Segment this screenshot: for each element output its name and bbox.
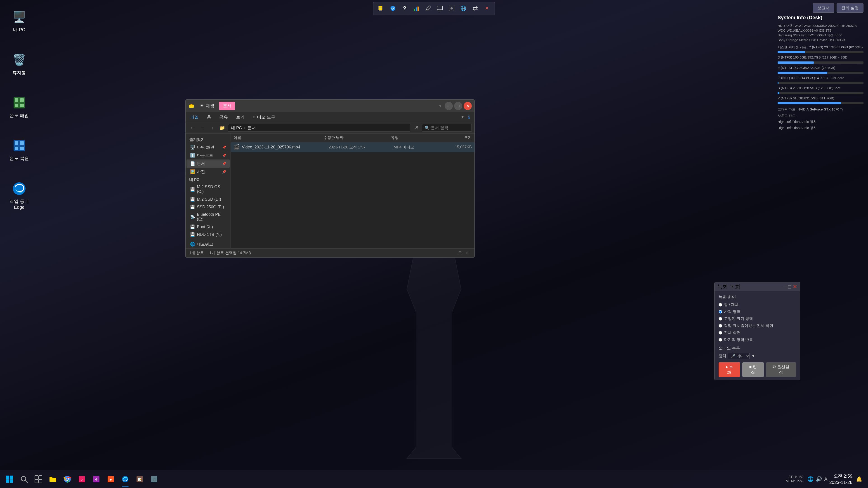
- desktop-icon-task-backup[interactable]: 완도 배업: [4, 93, 34, 121]
- maximize-button[interactable]: □: [454, 102, 462, 110]
- toolbar-btn-security[interactable]: [388, 3, 398, 13]
- toolbar-btn-switch[interactable]: [470, 3, 480, 13]
- toolbar-btn-capture[interactable]: [447, 3, 457, 13]
- sidebar-item-network[interactable]: 🌐 네트워크: [186, 240, 230, 248]
- close-button[interactable]: ✕: [464, 102, 472, 110]
- bluetooth-icon: 📡: [190, 215, 195, 219]
- stop-button[interactable]: ■ 편집: [742, 362, 764, 377]
- nav-up-btn[interactable]: ↑: [208, 124, 216, 132]
- desktop-icon-edge[interactable]: 작업 동네Edge: [4, 178, 34, 213]
- menu-home[interactable]: 홈: [205, 113, 213, 121]
- col-type-header[interactable]: 유형: [391, 135, 436, 140]
- opt-area-radio[interactable]: [719, 310, 722, 314]
- task-view-button[interactable]: [31, 472, 46, 486]
- opt-last[interactable]: 마지막 영역 반복: [719, 337, 796, 342]
- opt-fixed-radio[interactable]: [719, 317, 722, 321]
- menu-video-tools[interactable]: 비디오 도구: [251, 113, 277, 121]
- menu-share[interactable]: 공유: [217, 113, 230, 121]
- toolbar-btn-monitor[interactable]: [435, 3, 445, 13]
- opt-window-radio[interactable]: [719, 303, 722, 306]
- refresh-btn[interactable]: ↺: [412, 124, 420, 132]
- opt-last-radio[interactable]: [719, 338, 722, 341]
- sidebar-item-boot[interactable]: 💾 Boot (X:): [186, 223, 230, 231]
- col-size-header[interactable]: 크기: [436, 135, 472, 140]
- sidebar-item-ssd-e[interactable]: 💾 SSD 250G (E:): [186, 203, 230, 211]
- desktop-icon-task-restore[interactable]: 완도 복원: [4, 135, 34, 164]
- tb-app5[interactable]: 📝: [132, 472, 147, 486]
- taskbar-datetime[interactable]: 오전 2:59 2023-11-26: [829, 473, 852, 486]
- toolbar-expand-btn[interactable]: ▾: [437, 103, 443, 109]
- sidebar-item-documents[interactable]: 📄 문서 📌: [186, 160, 230, 168]
- tb-folder[interactable]: [46, 472, 60, 486]
- toolbar-btn-file[interactable]: [376, 3, 386, 13]
- toolbar-btn-close[interactable]: ✕: [482, 3, 492, 13]
- tab-media[interactable]: 재생: [196, 102, 218, 110]
- view-toggle-icons: ☰ ⊞: [457, 250, 471, 256]
- tb-app3[interactable]: ▶: [103, 472, 118, 486]
- toolbar-btn-stats[interactable]: [411, 3, 421, 13]
- table-row[interactable]: 🎬 Video_2023-11-26_025706.mp4 2023-11-26…: [231, 142, 474, 152]
- recorder-settings-button[interactable]: ⚙ 옵션설정: [766, 362, 796, 377]
- tb-app4[interactable]: [118, 472, 132, 486]
- tray-icons: 🌐 🔊 A: [807, 476, 828, 482]
- audio-section-title: 오디오 녹음: [719, 346, 796, 351]
- nav-location-btn[interactable]: 📁: [218, 124, 226, 132]
- address-bar[interactable]: 내 PC › 문서: [228, 124, 410, 132]
- toolbar-btn-help[interactable]: ?: [400, 3, 410, 13]
- svg-rect-4: [20, 104, 24, 107]
- opt-area[interactable]: 사각 영역: [719, 309, 796, 314]
- opt-full-radio[interactable]: [719, 331, 722, 335]
- record-button[interactable]: ● 녹화: [719, 362, 740, 377]
- menu-file[interactable]: 파일: [188, 113, 200, 121]
- sidebar-item-hdd[interactable]: 💾 HDD 1TB (Y:): [186, 231, 230, 238]
- drive-y-bar: [778, 102, 864, 104]
- tab-documents[interactable]: 문서: [219, 102, 235, 110]
- nav-back-btn[interactable]: ←: [188, 124, 196, 132]
- desktop-icon-recycle-bin[interactable]: 🗑️ 휴지통: [4, 50, 34, 78]
- search-button[interactable]: [17, 472, 31, 486]
- sidebar-item-pictures[interactable]: 🖼️ 사진 📌: [186, 168, 230, 176]
- opt-full[interactable]: 전체 화면: [719, 330, 796, 335]
- report-button[interactable]: 보고서: [813, 3, 834, 13]
- list-view-btn[interactable]: ☰: [457, 250, 463, 256]
- audio-device-select[interactable]: 🎤 이이: [728, 353, 749, 359]
- sidebar-item-m2-c[interactable]: 💾 M.2 SSD OS (C:): [186, 183, 230, 195]
- recorder-close[interactable]: ✕: [793, 284, 797, 290]
- tb-chrome[interactable]: [60, 472, 74, 486]
- recorder-minimize[interactable]: ─: [783, 284, 786, 290]
- menu-info-btn[interactable]: ℹ: [466, 113, 472, 121]
- col-name-header[interactable]: 이름: [234, 135, 323, 140]
- notification-btn[interactable]: 🔔: [856, 476, 862, 482]
- nav-forward-btn[interactable]: →: [198, 124, 206, 132]
- boot-icon: 💾: [190, 224, 195, 229]
- opt-nowin[interactable]: 작업 표시줄이없는 전체 화면: [719, 323, 796, 328]
- minimize-button[interactable]: ─: [445, 102, 453, 110]
- toolbar-btn-internet[interactable]: [458, 3, 468, 13]
- search-bar[interactable]: 🔍 문서 검색: [422, 124, 472, 132]
- opt-nowin-radio[interactable]: [719, 324, 722, 328]
- svg-rect-39: [39, 480, 42, 483]
- opt-window[interactable]: 창 / 재체: [719, 302, 796, 307]
- col-date-header[interactable]: 수정한 날짜: [323, 135, 391, 140]
- tb-app1[interactable]: ♪: [74, 472, 89, 486]
- opt-fixed[interactable]: 고정된 크기 영역: [719, 316, 796, 321]
- grid-view-btn[interactable]: ⊞: [465, 250, 471, 256]
- svg-rect-33: [10, 480, 13, 483]
- menu-collapse-btn[interactable]: ▾: [460, 113, 465, 121]
- tb-app2[interactable]: ⚙: [89, 472, 103, 486]
- tray-keyboard-icon[interactable]: A: [824, 476, 828, 482]
- recorder-maximize[interactable]: □: [788, 284, 792, 290]
- sidebar-item-bluetooth[interactable]: 📡 Bluetooth PE (E:): [186, 211, 230, 223]
- tb-app6[interactable]: 🎵: [147, 472, 161, 486]
- toolbar-btn-edit[interactable]: [423, 3, 433, 13]
- sidebar-item-desktop[interactable]: 🖥️ 바탕 화면 📌: [186, 143, 230, 151]
- sidebar-item-m2-d[interactable]: 💾 M.2 SSD (D:): [186, 195, 230, 203]
- sidebar-item-downloads[interactable]: ⬇️ 다운로드 📌: [186, 151, 230, 160]
- menu-view[interactable]: 보기: [234, 113, 246, 121]
- settings-button[interactable]: 관리 설정: [837, 3, 864, 13]
- start-button[interactable]: [2, 472, 17, 486]
- svg-text:📝: 📝: [138, 478, 142, 482]
- desktop-icon-my-pc[interactable]: 🖥️ 내 PC: [4, 7, 34, 35]
- tray-network-icon[interactable]: 🌐: [807, 476, 813, 482]
- tray-volume-icon[interactable]: 🔊: [816, 476, 822, 482]
